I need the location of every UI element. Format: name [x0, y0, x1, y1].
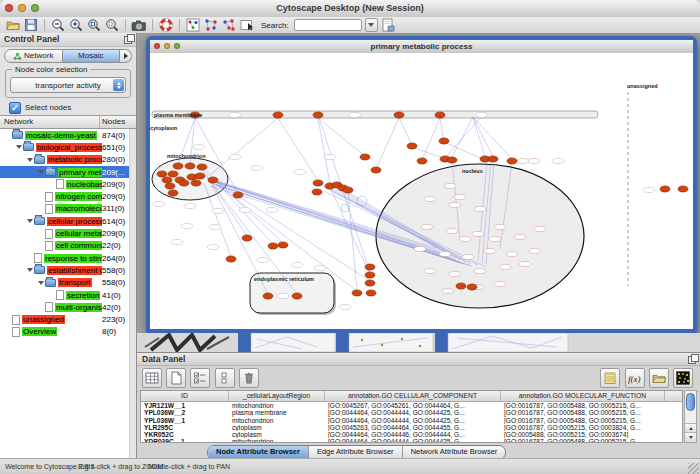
- tree-row[interactable]: cellular metabo209(0): [0, 227, 136, 239]
- tree-row[interactable]: nucleobase-209(0): [0, 178, 136, 190]
- select-attributes-button[interactable]: [142, 368, 162, 388]
- minimized-window-fragment[interactable]: [238, 333, 335, 352]
- search-input[interactable]: [294, 19, 362, 31]
- minimized-window-fragment[interactable]: [336, 333, 433, 352]
- tree-row[interactable]: multi-organism pro42(0): [0, 301, 136, 313]
- table-cell: [GO:0044464, GO:0044444, GO:0044425, G..…: [325, 417, 501, 424]
- tree-row[interactable]: response to stimulu264(0): [0, 252, 136, 264]
- tree-row-label: nucleobase-: [66, 180, 102, 189]
- column-header[interactable]: annotation.GO MOLECULAR_FUNCTION: [501, 391, 665, 401]
- table-cell: [GO:0016787, GO:0005215, GO:0003824, G..…: [501, 424, 665, 431]
- table-cell: [GO:0016787, GO:0005488, GO:0005215, G..…: [501, 438, 665, 443]
- column-header[interactable]: _cellularLayoutRegion: [229, 391, 325, 401]
- network-canvas[interactable]: plasma membranecytoplasmmitochondrionnuc…: [150, 53, 693, 329]
- zoom-selected-button[interactable]: [104, 18, 120, 33]
- float-panel-icon[interactable]: [688, 356, 696, 364]
- control-panel-header: Control Panel: [0, 33, 136, 47]
- layout-button-1[interactable]: [203, 18, 219, 33]
- file-icon: [45, 302, 53, 312]
- layout-button-2[interactable]: [221, 18, 237, 33]
- help-button[interactable]: [158, 18, 174, 33]
- svg-text:nucleus: nucleus: [462, 168, 483, 174]
- table-cell: YJR121W__1: [141, 402, 229, 409]
- delete-attribute-button[interactable]: [239, 368, 259, 388]
- select-all-attributes-button[interactable]: [190, 368, 210, 388]
- unselect-all-attributes-button[interactable]: [215, 368, 235, 388]
- table-row[interactable]: YDR039C__1mitochondrion[GO:0044464, GO:0…: [141, 438, 682, 443]
- tree-row[interactable]: secretion41(0): [0, 289, 136, 301]
- table-cell: YPL036W__1: [141, 417, 229, 424]
- resize-grip[interactable]: [688, 463, 699, 474]
- tree-scrollbar[interactable]: [129, 129, 136, 458]
- vizmapper-button[interactable]: [185, 18, 201, 33]
- attribute-table-body: YJR121W__1mitochondrion[GO:0045267, GO:0…: [141, 402, 682, 443]
- status-pan-hint: Middle-click + drag to PAN: [148, 463, 230, 470]
- table-cell: YDR039C__1: [141, 438, 229, 443]
- scrollbar-thumb[interactable]: [686, 393, 695, 411]
- plugin-button[interactable]: [380, 18, 396, 33]
- network-window-titlebar[interactable]: primary metabolic process: [150, 40, 693, 54]
- tree-header-network[interactable]: Network: [0, 116, 100, 128]
- tree-row[interactable]: primary metabo209(...: [0, 166, 136, 178]
- tree-row[interactable]: Overview8(0): [0, 326, 136, 338]
- zoom-selected-icon: [105, 18, 119, 32]
- create-attribute-button[interactable]: [166, 368, 186, 388]
- tree-row-label: macromolecule: [55, 204, 102, 213]
- network-view-window[interactable]: primary metabolic process plasma membran…: [146, 36, 697, 333]
- snapshot-button[interactable]: [131, 18, 147, 33]
- tab-mosaic[interactable]: Mosaic: [63, 49, 121, 63]
- save-session-button[interactable]: [23, 18, 39, 33]
- attribute-label-button[interactable]: [600, 368, 620, 388]
- data-panel-toolbar: f(x): [137, 366, 700, 392]
- float-panel-icon[interactable]: [124, 36, 132, 44]
- zoom-fit-button[interactable]: [86, 18, 102, 33]
- tree-row-label: unassigned: [22, 315, 65, 324]
- column-header[interactable]: annotation.GO CELLULAR_COMPONENT: [325, 391, 501, 401]
- table-cell: mitochondrion: [229, 417, 325, 424]
- node-color-dropdown[interactable]: transporter activity: [10, 77, 126, 93]
- annotation-button[interactable]: [239, 18, 255, 33]
- save-icon: [24, 18, 38, 32]
- tree-row[interactable]: establishment of lo558(0): [0, 264, 136, 276]
- table-row[interactable]: YLR295Ccytoplasm[GO:0045263, GO:0044464,…: [141, 424, 682, 431]
- open-session-button[interactable]: [5, 18, 21, 33]
- table-row[interactable]: YKR052Ccytoplasm[GO:0044464, GO:0044446,…: [141, 431, 682, 438]
- tree-row-label: biological_process: [36, 143, 102, 152]
- select-nodes-checkbox[interactable]: ✓: [9, 102, 21, 114]
- toolbar-separator: [179, 19, 180, 31]
- tree-row[interactable]: unassigned223(0): [0, 313, 136, 325]
- tree-row[interactable]: cell communicat22(0): [0, 240, 136, 252]
- tree-row-label: cell communicat: [55, 241, 102, 250]
- tree-row[interactable]: cellular process614(0): [0, 215, 136, 227]
- tree-row[interactable]: nitrogen compo209(0): [0, 190, 136, 202]
- import-attributes-button[interactable]: [649, 368, 669, 388]
- tree-row[interactable]: biological_process651(0): [0, 141, 136, 153]
- minimized-window-fragment[interactable]: [435, 333, 568, 352]
- notepad-icon: [603, 371, 617, 385]
- function-builder-button[interactable]: f(x): [625, 368, 645, 388]
- zoom-out-button[interactable]: [50, 18, 66, 33]
- table-row[interactable]: YPL036W__2plasma membrane[GO:0044464, GO…: [141, 409, 682, 416]
- tree-row[interactable]: mosaic-demo-yeast874(0): [0, 129, 136, 141]
- network-canvas-svg[interactable]: plasma membranecytoplasmmitochondrionnuc…: [150, 53, 693, 329]
- data-panel-header: Data Panel: [137, 353, 700, 366]
- column-header[interactable]: ID: [141, 391, 229, 401]
- chevron-down-icon: [368, 23, 374, 27]
- search-dropdown-button[interactable]: [365, 18, 378, 32]
- tree-row[interactable]: transport558(0): [0, 277, 136, 289]
- scroll-down-button[interactable]: [685, 432, 696, 442]
- tree-row[interactable]: metabolic process280(0): [0, 154, 136, 166]
- tree-row-label: cellular process: [47, 217, 102, 226]
- tree-row[interactable]: macromolecule311(0): [0, 203, 136, 215]
- tab-network[interactable]: Network: [4, 49, 63, 63]
- vizmapper-icon: [186, 18, 200, 32]
- minimized-windows-strip[interactable]: [137, 333, 700, 352]
- zoom-in-button[interactable]: [68, 18, 84, 33]
- tree-header-nodes[interactable]: Nodes: [100, 116, 136, 128]
- tabs-overflow-button[interactable]: [120, 49, 132, 63]
- table-scrollbar[interactable]: [684, 390, 697, 443]
- matrix-view-button[interactable]: [673, 368, 693, 388]
- table-row[interactable]: YJR121W__1mitochondrion[GO:0045267, GO:0…: [141, 402, 682, 409]
- table-row[interactable]: YPL036W__1mitochondrion[GO:0044464, GO:0…: [141, 417, 682, 424]
- window-title: Cytoscape Desktop (New Session): [0, 3, 700, 13]
